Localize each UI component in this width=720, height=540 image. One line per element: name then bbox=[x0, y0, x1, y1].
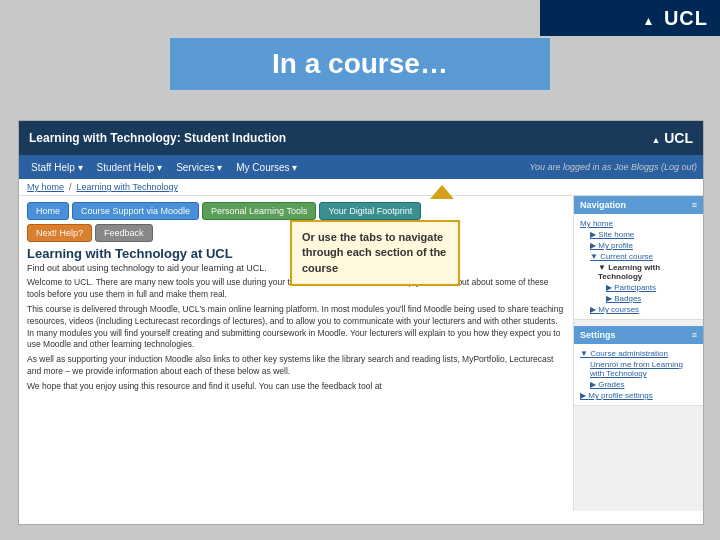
settings-unenrol[interactable]: Unenrol me from Learning with Technology bbox=[580, 359, 697, 379]
breadcrumb: My home / Learning with Technology bbox=[19, 179, 703, 196]
big-title: In a course… bbox=[170, 38, 550, 90]
nav-site-home[interactable]: ▶ Site home bbox=[580, 229, 697, 240]
tab-home[interactable]: Home bbox=[27, 202, 69, 220]
tab-feedback[interactable]: Feedback bbox=[95, 224, 153, 242]
ucl-logo-inner: ▲ UCL bbox=[651, 130, 693, 146]
browser-window: Learning with Technology: Student Induct… bbox=[18, 120, 704, 525]
settings-grades[interactable]: ▶ Grades bbox=[580, 379, 697, 390]
course-header: Learning with Technology: Student Induct… bbox=[19, 121, 703, 155]
settings-course-admin[interactable]: ▼ Course administration bbox=[580, 348, 697, 359]
nav-item-student-help[interactable]: Student Help ▾ bbox=[91, 160, 169, 175]
nav-current-course[interactable]: ▼ Current course bbox=[580, 251, 697, 262]
settings-header: Settings ≡ bbox=[574, 326, 703, 344]
callout-box: Or use the tabs to navigate through each… bbox=[290, 220, 460, 286]
tab-row-1: Home Course Support via Moodle Personal … bbox=[27, 202, 565, 220]
nav-my-profile[interactable]: ▶ My profile bbox=[580, 240, 697, 251]
nav-item-services[interactable]: Services ▾ bbox=[170, 160, 228, 175]
nav-my-courses[interactable]: ▶ My courses bbox=[580, 304, 697, 315]
breadcrumb-course[interactable]: Learning with Technology bbox=[77, 182, 178, 192]
nav-item-staff-help[interactable]: Staff Help ▾ bbox=[25, 160, 89, 175]
tab-next-help[interactable]: Next! Help? bbox=[27, 224, 92, 242]
ucl-logo-top: ▲ UCL bbox=[642, 7, 708, 30]
right-sidebar: Navigation ≡ My home ▶ Site home ▶ My pr… bbox=[573, 196, 703, 511]
navigation-header: Navigation ≡ bbox=[574, 196, 703, 214]
tab-course-support[interactable]: Course Support via Moodle bbox=[72, 202, 199, 220]
nav-my-home[interactable]: My home bbox=[580, 218, 697, 229]
nav-left: Staff Help ▾ Student Help ▾ Services ▾ M… bbox=[25, 160, 303, 175]
nav-right-login: You are logged in as Joe Bloggs (Log out… bbox=[529, 162, 697, 172]
body-para-2: This course is delivered through Moodle,… bbox=[27, 304, 565, 352]
nav-bar: Staff Help ▾ Student Help ▾ Services ▾ M… bbox=[19, 155, 703, 179]
nav-item-my-courses[interactable]: My Courses ▾ bbox=[230, 160, 303, 175]
settings-my-profile[interactable]: ▶ My profile settings bbox=[580, 390, 697, 401]
tab-personal-learning[interactable]: Personal Learning Tools bbox=[202, 202, 316, 220]
body-para-3: As well as supporting your induction Moo… bbox=[27, 354, 565, 378]
settings-body: ▼ Course administration Unenrol me from … bbox=[574, 344, 703, 406]
breadcrumb-home[interactable]: My home bbox=[27, 182, 64, 192]
settings-title: Settings bbox=[580, 330, 616, 340]
nav-badges[interactable]: ▶ Badges bbox=[580, 293, 697, 304]
nav-learning-with-tech[interactable]: ▼ Learning with Technology bbox=[580, 262, 697, 282]
navigation-title: Navigation bbox=[580, 200, 626, 210]
settings-section: Settings ≡ ▼ Course administration Unenr… bbox=[574, 326, 703, 406]
body-para-4: We hope that you enjoy using this resour… bbox=[27, 381, 565, 393]
navigation-collapse-icon[interactable]: ≡ bbox=[692, 200, 697, 210]
settings-collapse-icon[interactable]: ≡ bbox=[692, 330, 697, 340]
ucl-top-bar: ▲ UCL bbox=[540, 0, 720, 36]
ucl-text-top: UCL bbox=[664, 7, 708, 29]
navigation-body: My home ▶ Site home ▶ My profile ▼ Curre… bbox=[574, 214, 703, 320]
navigation-section: Navigation ≡ My home ▶ Site home ▶ My pr… bbox=[574, 196, 703, 320]
callout-arrow bbox=[430, 185, 454, 199]
course-title: Learning with Technology: Student Induct… bbox=[29, 131, 286, 145]
ucl-crest-top: ▲ bbox=[642, 14, 655, 28]
nav-participants[interactable]: ▶ Participants bbox=[580, 282, 697, 293]
tab-digital-footprint[interactable]: Your Digital Footprint bbox=[319, 202, 421, 220]
